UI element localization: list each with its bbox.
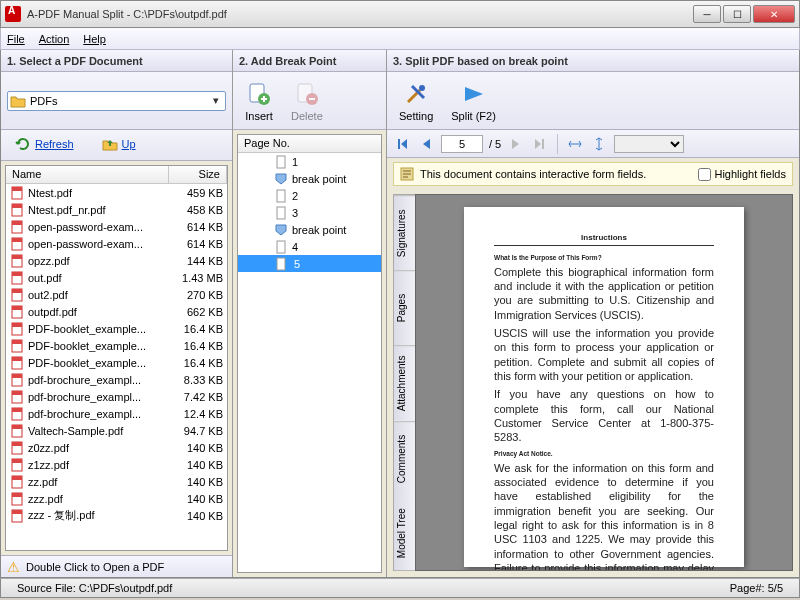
svg-rect-25	[12, 391, 22, 395]
file-row[interactable]: outpdf.pdf662 KB	[6, 303, 227, 320]
pdf-icon	[10, 322, 24, 336]
svg-rect-39	[12, 510, 22, 514]
folder-up-icon	[102, 136, 118, 152]
svg-rect-1	[12, 187, 22, 191]
file-size: 144 KB	[169, 255, 223, 267]
close-button[interactable]: ✕	[753, 5, 795, 23]
file-row[interactable]: pdf-brochure_exampl...7.42 KB	[6, 388, 227, 405]
file-size: 140 KB	[169, 442, 223, 454]
side-tab-pages[interactable]: Pages	[394, 270, 415, 345]
svg-rect-48	[277, 258, 285, 270]
side-tab-signatures[interactable]: Signatures	[394, 195, 415, 270]
svg-rect-31	[12, 442, 22, 446]
page-icon	[274, 206, 288, 220]
file-row[interactable]: opzz.pdf144 KB	[6, 252, 227, 269]
fit-width-button[interactable]	[566, 135, 584, 153]
break-icon	[274, 223, 288, 237]
file-row[interactable]: PDF-booklet_example...16.4 KB	[6, 354, 227, 371]
first-page-button[interactable]	[393, 135, 411, 153]
file-name: zzz.pdf	[28, 493, 169, 505]
file-name: PDF-booklet_example...	[28, 357, 169, 369]
file-row[interactable]: Ntest.pdf459 KB	[6, 184, 227, 201]
file-name: Ntest.pdf	[28, 187, 169, 199]
svg-rect-29	[12, 425, 22, 429]
page-node[interactable]: 2	[238, 187, 381, 204]
minimize-button[interactable]: ─	[693, 5, 721, 23]
file-row[interactable]: zz.pdf140 KB	[6, 473, 227, 490]
col-size[interactable]: Size	[169, 166, 227, 183]
file-row[interactable]: zzz.pdf140 KB	[6, 490, 227, 507]
file-size: 12.4 KB	[169, 408, 223, 420]
file-row[interactable]: open-password-exam...614 KB	[6, 218, 227, 235]
pdf-icon	[10, 424, 24, 438]
svg-rect-7	[12, 238, 22, 242]
fit-height-button[interactable]	[590, 135, 608, 153]
pdf-icon	[10, 305, 24, 319]
file-name: z0zz.pdf	[28, 442, 169, 454]
file-name: opzz.pdf	[28, 255, 169, 267]
zoom-select[interactable]	[614, 135, 684, 153]
pdf-icon	[10, 339, 24, 353]
page-node[interactable]: 5	[238, 255, 381, 272]
maximize-button[interactable]: ☐	[723, 5, 751, 23]
side-tab-comments[interactable]: Comments	[394, 421, 415, 496]
file-row[interactable]: Valtech-Sample.pdf94.7 KB	[6, 422, 227, 439]
side-tab-attachments[interactable]: Attachments	[394, 345, 415, 420]
up-button[interactable]: Up	[98, 134, 140, 154]
svg-rect-11	[12, 272, 22, 276]
status-page: Page#: 5/5	[722, 582, 791, 594]
page-node[interactable]: 3	[238, 204, 381, 221]
file-name: open-password-exam...	[28, 238, 169, 250]
col-name[interactable]: Name	[6, 166, 169, 183]
page-node[interactable]: 1	[238, 153, 381, 170]
break-point-node[interactable]: break point	[238, 170, 381, 187]
page-input[interactable]	[441, 135, 483, 153]
insert-button[interactable]: Insert	[239, 78, 279, 124]
menu-help[interactable]: Help	[83, 33, 106, 45]
file-row[interactable]: z0zz.pdf140 KB	[6, 439, 227, 456]
status-source: Source File: C:\PDFs\outpdf.pdf	[9, 582, 180, 594]
file-list[interactable]: Ntest.pdf459 KBNtest.pdf_nr.pdf458 KBope…	[6, 184, 227, 550]
pdf-icon	[10, 441, 24, 455]
break-point-node[interactable]: break point	[238, 221, 381, 238]
file-name: Ntest.pdf_nr.pdf	[28, 204, 169, 216]
file-row[interactable]: pdf-brochure_exampl...8.33 KB	[6, 371, 227, 388]
file-row[interactable]: out.pdf1.43 MB	[6, 269, 227, 286]
page-node[interactable]: 4	[238, 238, 381, 255]
menu-action[interactable]: Action	[39, 33, 70, 45]
highlight-fields-checkbox[interactable]: Highlight fields	[698, 168, 786, 181]
last-page-button[interactable]	[531, 135, 549, 153]
pdf-side-tabs: SignaturesPagesAttachmentsCommentsModel …	[393, 194, 415, 571]
file-name: out.pdf	[28, 272, 169, 284]
file-row[interactable]: PDF-booklet_example...16.4 KB	[6, 337, 227, 354]
setting-button[interactable]: Setting	[393, 78, 439, 124]
svg-rect-47	[277, 241, 285, 253]
side-tab-model-tree[interactable]: Model Tree	[394, 496, 415, 570]
pdf-icon	[10, 509, 24, 523]
file-row[interactable]: z1zz.pdf140 KB	[6, 456, 227, 473]
next-page-button[interactable]	[507, 135, 525, 153]
menubar: File Action Help	[0, 28, 800, 50]
file-name: outpdf.pdf	[28, 306, 169, 318]
svg-rect-35	[12, 476, 22, 480]
menu-file[interactable]: File	[7, 33, 25, 45]
folder-selector[interactable]: PDFs ▾	[7, 91, 226, 111]
file-row[interactable]: pdf-brochure_exampl...12.4 KB	[6, 405, 227, 422]
pdf-icon	[10, 356, 24, 370]
pdf-page: Instructions What Is the Purpose of This…	[464, 207, 744, 567]
pdf-icon	[10, 475, 24, 489]
split-button[interactable]: Split (F2)	[445, 78, 502, 124]
page-icon	[274, 257, 288, 271]
play-icon	[460, 80, 488, 108]
file-row[interactable]: out2.pdf270 KB	[6, 286, 227, 303]
file-row[interactable]: PDF-booklet_example...16.4 KB	[6, 320, 227, 337]
file-row[interactable]: open-password-exam...614 KB	[6, 235, 227, 252]
pdf-viewport[interactable]: Instructions What Is the Purpose of This…	[415, 194, 793, 571]
file-name: out2.pdf	[28, 289, 169, 301]
file-row[interactable]: Ntest.pdf_nr.pdf458 KB	[6, 201, 227, 218]
page-tree[interactable]: Page No. 1break point23break point45	[237, 134, 382, 573]
refresh-button[interactable]: Refresh	[11, 134, 78, 154]
pdf-icon	[10, 271, 24, 285]
file-row[interactable]: zzz - 复制.pdf140 KB	[6, 507, 227, 524]
prev-page-button[interactable]	[417, 135, 435, 153]
